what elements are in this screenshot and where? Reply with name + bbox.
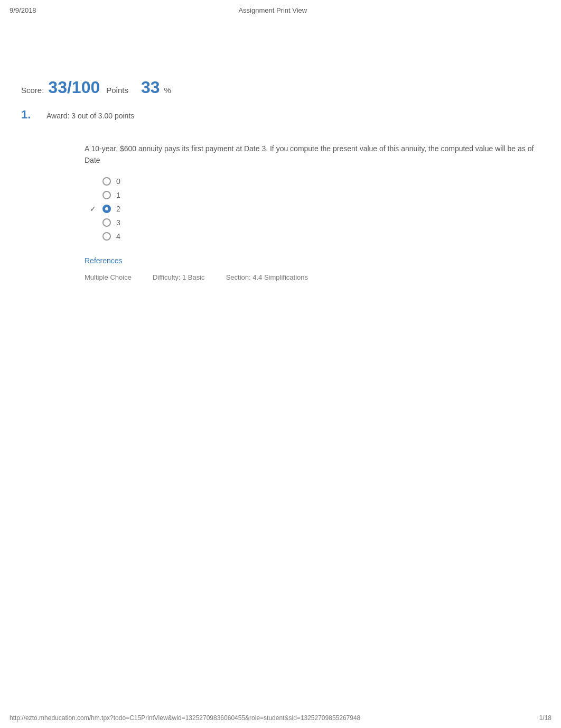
question-section: 1. Award: 3 out of 3.00 points A 10-year… bbox=[21, 108, 540, 281]
score-value: 33/100 bbox=[48, 78, 100, 97]
question-type: Multiple Choice bbox=[85, 273, 132, 281]
question-difficulty: Difficulty: 1 Basic bbox=[153, 273, 205, 281]
score-section: Score: 33/100 Points 33 % bbox=[21, 78, 540, 97]
score-points-label: Points bbox=[106, 86, 128, 95]
radio-option-1[interactable] bbox=[102, 191, 111, 199]
list-item: 1 bbox=[90, 191, 540, 199]
option-label-4: 4 bbox=[116, 232, 120, 241]
list-item: ✓ 2 bbox=[90, 205, 540, 213]
check-mark-4 bbox=[90, 232, 97, 241]
radio-option-3[interactable] bbox=[102, 218, 111, 227]
list-item: 0 bbox=[90, 177, 540, 186]
options-list: 0 1 ✓ 2 3 bbox=[90, 177, 540, 241]
check-mark-1 bbox=[90, 191, 97, 199]
check-mark-3 bbox=[90, 218, 97, 227]
radio-option-0[interactable] bbox=[102, 177, 111, 186]
option-label-0: 0 bbox=[116, 177, 120, 186]
option-label-2: 2 bbox=[116, 205, 120, 213]
check-mark-0 bbox=[90, 177, 97, 186]
question-body: A 10-year, $600 annuity pays its first p… bbox=[85, 143, 540, 281]
check-mark-2: ✓ bbox=[90, 205, 97, 213]
score-percent-value: 33 bbox=[141, 78, 160, 97]
list-item: 4 bbox=[90, 232, 540, 241]
page-title: Assignment Print View bbox=[238, 6, 307, 14]
option-label-3: 3 bbox=[116, 218, 120, 227]
list-item: 3 bbox=[90, 218, 540, 227]
header-date: 9/9/2018 bbox=[10, 6, 36, 14]
radio-option-4[interactable] bbox=[102, 232, 111, 241]
question-award: Award: 3 out of 3.00 points bbox=[46, 112, 134, 120]
footer-url: http://ezto.mheducation.com/hm.tpx?todo=… bbox=[10, 714, 360, 722]
references-link[interactable]: References bbox=[85, 256, 123, 265]
question-header: 1. Award: 3 out of 3.00 points bbox=[21, 108, 540, 122]
footer-page: 1/18 bbox=[539, 714, 551, 722]
score-percent-sign: % bbox=[164, 86, 171, 95]
question-number: 1. bbox=[21, 108, 42, 122]
page-footer: http://ezto.mheducation.com/hm.tpx?todo=… bbox=[0, 714, 561, 722]
question-text: A 10-year, $600 annuity pays its first p… bbox=[85, 143, 540, 167]
question-section: Section: 4.4 Simplifications bbox=[226, 273, 308, 281]
score-label: Score: bbox=[21, 86, 44, 95]
option-label-1: 1 bbox=[116, 191, 120, 199]
question-meta: Multiple Choice Difficulty: 1 Basic Sect… bbox=[85, 273, 540, 281]
radio-option-2[interactable] bbox=[102, 205, 111, 213]
